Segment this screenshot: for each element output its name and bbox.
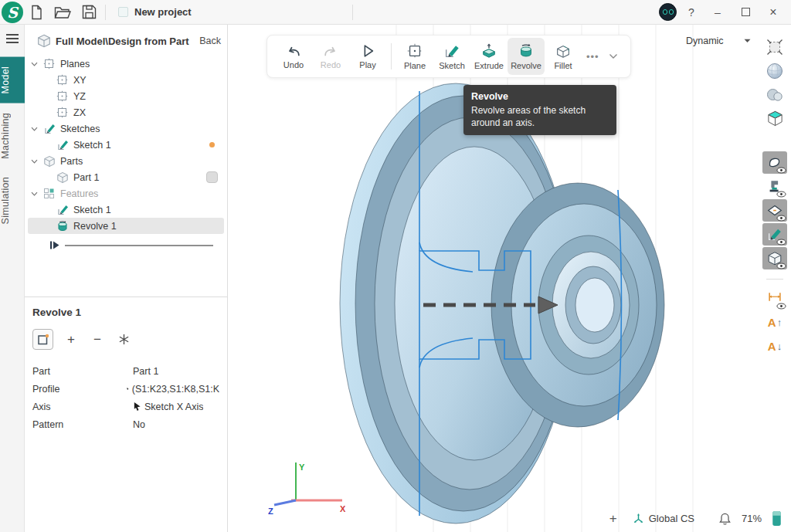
fillet-button[interactable]: Fillet bbox=[545, 38, 582, 75]
more-tools-button[interactable]: ••• bbox=[582, 51, 604, 63]
open-folder-icon bbox=[54, 5, 71, 19]
show-machine-button[interactable] bbox=[762, 175, 787, 198]
eye-icon bbox=[776, 167, 786, 174]
show-planes-button[interactable] bbox=[762, 199, 787, 222]
show-parts-button[interactable] bbox=[762, 247, 787, 269]
part-visibility-checkbox[interactable] bbox=[206, 171, 218, 183]
show-curves-button[interactable] bbox=[762, 151, 787, 174]
view-cube-icon bbox=[766, 110, 784, 127]
letter-a-icon: A bbox=[768, 316, 776, 329]
asterisk-button[interactable] bbox=[115, 331, 132, 348]
add-selection-button[interactable]: + bbox=[63, 331, 80, 348]
history-timeline[interactable] bbox=[49, 240, 219, 250]
redo-icon bbox=[322, 43, 339, 59]
open-project-button[interactable] bbox=[49, 2, 76, 23]
default-part-view-button[interactable] bbox=[762, 83, 787, 106]
sketch-button[interactable]: Sketch bbox=[433, 38, 470, 75]
rail-separator bbox=[766, 279, 783, 280]
view-cube-button[interactable] bbox=[762, 107, 787, 130]
eye-icon bbox=[776, 191, 786, 198]
tree-item-parts[interactable]: Parts bbox=[28, 153, 224, 169]
chevron-down-icon[interactable] bbox=[31, 127, 42, 131]
help-button[interactable]: ? bbox=[681, 6, 701, 19]
maximize-button[interactable] bbox=[734, 2, 757, 23]
viewport-3d[interactable]: Y X Z Undo Redo Play Plane bbox=[228, 25, 791, 532]
tree-item-yz[interactable]: YZ bbox=[28, 88, 224, 104]
property-row-profile[interactable]: Profile (S1:K23,S1:K8,S1:K bbox=[32, 380, 219, 398]
tree-item-sketches[interactable]: Sketches bbox=[28, 120, 224, 137]
text-size-increase-button[interactable]: A↑ bbox=[762, 311, 787, 334]
coordinate-system-selector[interactable]: Global CS bbox=[632, 512, 694, 525]
eye-icon bbox=[776, 239, 786, 246]
sketch-status-dot bbox=[209, 142, 215, 147]
new-file-icon bbox=[29, 5, 44, 20]
save-icon bbox=[82, 5, 97, 19]
sketch-tool-icon bbox=[443, 42, 460, 59]
tree-item-revolve-1[interactable]: Revolve 1 bbox=[28, 218, 224, 234]
model-body[interactable] bbox=[340, 83, 664, 524]
add-coordinate-system-button[interactable]: + bbox=[609, 511, 617, 527]
tree-item-part-1[interactable]: Part 1 bbox=[28, 169, 224, 185]
zoom-percentage[interactable]: 71% bbox=[742, 513, 762, 524]
remove-selection-button[interactable]: − bbox=[89, 331, 106, 348]
performance-indicator[interactable] bbox=[772, 510, 782, 527]
chevron-down-icon[interactable] bbox=[31, 159, 42, 164]
revolve-button[interactable]: Revolve bbox=[508, 38, 545, 75]
view-mode-value: Dynamic bbox=[686, 36, 724, 46]
close-button[interactable]: × bbox=[762, 2, 785, 23]
arrow-down-icon: ↓ bbox=[777, 341, 783, 352]
chevron-down-icon[interactable] bbox=[31, 191, 42, 196]
back-button[interactable]: Back bbox=[199, 36, 221, 46]
tree-item-zx[interactable]: ZX bbox=[28, 104, 224, 120]
features-grid-icon bbox=[42, 188, 56, 200]
chevron-down-icon[interactable] bbox=[31, 62, 42, 66]
history-slider-track[interactable] bbox=[65, 245, 213, 246]
show-sketches-button[interactable] bbox=[762, 223, 787, 246]
new-file-button[interactable] bbox=[23, 2, 49, 23]
tree-item-label: Revolve 1 bbox=[73, 221, 117, 232]
bell-icon bbox=[718, 512, 732, 526]
tab-machining[interactable]: Machining bbox=[0, 103, 25, 168]
tree-item-features[interactable]: Features bbox=[28, 185, 224, 202]
shading-sphere-button[interactable] bbox=[762, 59, 787, 82]
axis-y-label: Y bbox=[299, 463, 305, 472]
minimize-button[interactable]: – bbox=[706, 2, 729, 23]
notifications-button[interactable] bbox=[718, 512, 732, 526]
plane-icon bbox=[56, 90, 69, 103]
properties-panel: Revolve 1 + − Part Part 1 Profile (S1 bbox=[25, 296, 227, 442]
tree-item-feature-sketch-1[interactable]: Sketch 1 bbox=[28, 202, 224, 218]
tree-item-planes[interactable]: Planes bbox=[28, 56, 224, 72]
turned-part-icon bbox=[766, 86, 784, 104]
save-button[interactable] bbox=[76, 2, 102, 23]
property-label: Pattern bbox=[32, 419, 133, 430]
tab-simulation[interactable]: Simulation bbox=[0, 168, 25, 233]
zoom-fit-button[interactable] bbox=[762, 36, 787, 58]
profile-select-button[interactable] bbox=[32, 329, 53, 350]
cursor-pointer-icon bbox=[127, 384, 129, 394]
chevron-down-icon bbox=[609, 53, 618, 59]
play-button[interactable]: Play bbox=[349, 38, 386, 75]
property-row-axis[interactable]: Axis Sketch X Axis bbox=[32, 398, 219, 415]
undo-icon bbox=[285, 43, 302, 59]
collapse-toolbar-button[interactable] bbox=[604, 53, 623, 59]
asterisk-icon bbox=[118, 334, 130, 345]
project-tab[interactable]: New project bbox=[109, 0, 201, 25]
extrude-button[interactable]: Extrude bbox=[470, 38, 508, 75]
menu-button[interactable] bbox=[6, 34, 19, 43]
redo-button[interactable]: Redo bbox=[312, 38, 349, 75]
undo-button[interactable]: Undo bbox=[275, 38, 312, 75]
coordinate-triad: Y X Z bbox=[268, 463, 346, 516]
tree-item-sketch-1[interactable]: Sketch 1 bbox=[28, 137, 224, 153]
show-dimensions-button[interactable] bbox=[762, 287, 787, 310]
property-row-part[interactable]: Part Part 1 bbox=[32, 362, 219, 380]
assistant-avatar[interactable] bbox=[659, 3, 677, 21]
property-value: No bbox=[133, 419, 145, 430]
tab-model[interactable]: Model bbox=[0, 57, 25, 103]
history-play-icon[interactable] bbox=[49, 240, 61, 250]
text-size-decrease-button[interactable]: A↓ bbox=[762, 335, 787, 357]
property-row-pattern[interactable]: Pattern No bbox=[32, 415, 219, 433]
tree-item-xy[interactable]: XY bbox=[28, 72, 224, 88]
view-mode-dropdown[interactable]: Dynamic bbox=[686, 36, 751, 46]
part-cube-icon bbox=[42, 155, 56, 168]
plane-button[interactable]: Plane bbox=[396, 38, 433, 75]
